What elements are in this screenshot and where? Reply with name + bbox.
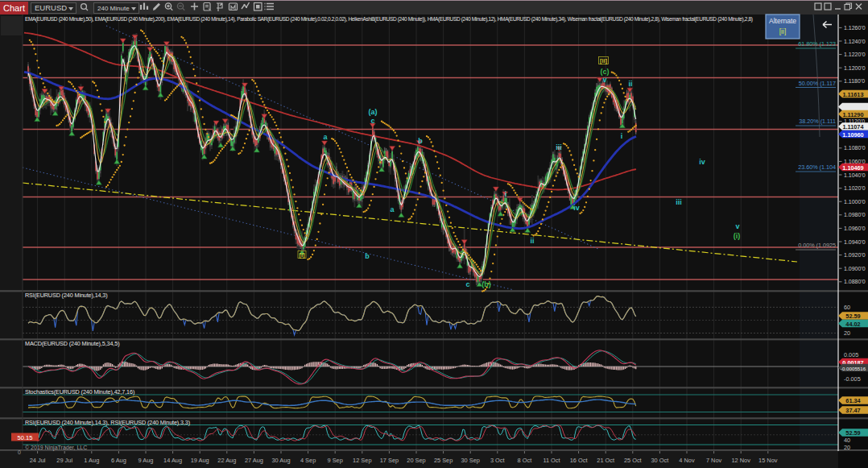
svg-text:1.1180'0: 1.1180'0 — [844, 78, 865, 84]
svg-text:1.0900'0: 1.0900'0 — [844, 266, 866, 271]
svg-text:EMA(EURUSD (240 Minute),50), E: EMA(EURUSD (240 Minute),50), EMA(EURUSD … — [25, 16, 753, 23]
svg-text:iv: iv — [573, 204, 580, 212]
svg-text:1.1000'0: 1.1000'0 — [844, 199, 866, 205]
svg-text:24 Jul: 24 Jul — [30, 457, 46, 464]
svg-text:c: c — [465, 280, 469, 288]
svg-text:8 Oct: 8 Oct — [518, 457, 532, 464]
svg-text:30 Aug: 30 Aug — [271, 457, 290, 464]
svg-text:50.15: 50.15 — [18, 434, 33, 441]
svg-text:37.47: 37.47 — [845, 407, 860, 414]
svg-text:-0.005: -0.005 — [844, 375, 861, 383]
svg-text:0.00% (1.0925: 0.00% (1.0925 — [798, 242, 836, 249]
svg-text:1.0980'0: 1.0980'0 — [844, 212, 866, 217]
svg-text:27 Aug: 27 Aug — [245, 457, 263, 464]
svg-text:1.0880'0: 1.0880'0 — [844, 279, 866, 284]
svg-text:52.59: 52.59 — [845, 313, 860, 320]
svg-text:[i]: [i] — [299, 251, 305, 259]
svg-text:61.80% (1.123: 61.80% (1.123 — [798, 40, 836, 48]
svg-text:1.11074: 1.11074 — [843, 123, 865, 130]
svg-text:20: 20 — [844, 329, 850, 337]
svg-text:4 Nov: 4 Nov — [679, 457, 695, 464]
svg-text:c: c — [370, 117, 374, 125]
svg-text:15 Nov: 15 Nov — [758, 457, 778, 464]
svg-text:1.1080'0: 1.1080'0 — [844, 145, 866, 151]
svg-text:38.20% (1.111: 38.20% (1.111 — [799, 118, 836, 125]
svg-text:17 Sep: 17 Sep — [380, 457, 399, 464]
svg-text:0: 0 — [18, 449, 21, 455]
svg-text:[ii]: [ii] — [600, 57, 608, 64]
svg-text:60: 60 — [844, 304, 850, 311]
svg-text:20 Sep: 20 Sep — [407, 457, 425, 464]
svg-text:1.11290: 1.11290 — [843, 111, 864, 118]
svg-text:25 Oct: 25 Oct — [624, 457, 642, 464]
svg-text:44.02: 44.02 — [845, 321, 860, 328]
svg-text:1.1020'0: 1.1020'0 — [844, 185, 866, 191]
svg-text:0.005: 0.005 — [844, 351, 858, 358]
svg-text:RSI(EURUSD (240 Minute),14,3),: RSI(EURUSD (240 Minute),14,3), RSI(EURUS… — [25, 419, 190, 426]
svg-text:i: i — [505, 190, 507, 198]
svg-text:1.1200'0: 1.1200'0 — [844, 65, 866, 71]
svg-text:3 Oct: 3 Oct — [490, 457, 505, 464]
svg-text:61.34: 61.34 — [845, 397, 861, 404]
svg-text:12 Nov: 12 Nov — [731, 457, 750, 464]
svg-text:ii: ii — [530, 237, 534, 245]
svg-text:i: i — [621, 132, 623, 140]
svg-text:9 Aug: 9 Aug — [138, 457, 154, 464]
svg-text:1.10469: 1.10469 — [842, 164, 863, 172]
svg-text:12 Sep: 12 Sep — [353, 457, 371, 464]
svg-text:1.10960: 1.10960 — [842, 131, 863, 139]
svg-text:Alternate: Alternate — [769, 17, 796, 25]
svg-text:1.1240'0: 1.1240'0 — [844, 39, 866, 44]
svg-text:1 Aug: 1 Aug — [84, 457, 99, 464]
svg-text:iii: iii — [556, 143, 562, 151]
svg-text:4 Sep: 4 Sep — [300, 457, 316, 464]
svg-text:16 Oct: 16 Oct — [570, 457, 588, 464]
svg-text:9 Sep: 9 Sep — [328, 457, 343, 464]
svg-text:MACD(EURUSD (240 Minute),5,34,: MACD(EURUSD (240 Minute),5,34,5) — [25, 340, 119, 347]
svg-text:23.60% (1.104: 23.60% (1.104 — [798, 164, 836, 171]
svg-text:v: v — [602, 76, 606, 84]
svg-text:iii: iii — [676, 198, 682, 206]
svg-text:22 Aug: 22 Aug — [217, 457, 236, 464]
svg-text:(c): (c) — [601, 68, 610, 76]
svg-text:30 Oct: 30 Oct — [651, 457, 669, 464]
svg-text:40: 40 — [844, 437, 850, 444]
svg-text:14 Aug: 14 Aug — [163, 457, 182, 464]
svg-text:v: v — [735, 222, 739, 230]
svg-text:21 Oct: 21 Oct — [597, 457, 614, 464]
svg-text:iv: iv — [699, 158, 705, 166]
svg-text:7 Nov: 7 Nov — [706, 457, 722, 464]
svg-text:RSI(EURUSD (240 Minute),14,3): RSI(EURUSD (240 Minute),14,3) — [25, 292, 108, 299]
svg-text:30 Sep: 30 Sep — [461, 457, 479, 464]
svg-text:b: b — [365, 252, 370, 260]
svg-text:20: 20 — [844, 444, 850, 451]
svg-text:50.00% (1.117: 50.00% (1.117 — [799, 80, 836, 87]
svg-text:-0.0005516: -0.0005516 — [841, 366, 866, 371]
svg-text:1.0940'0: 1.0940'0 — [844, 239, 866, 245]
svg-text:(i): (i) — [734, 232, 741, 240]
svg-text:1.1260'0: 1.1260'0 — [844, 25, 866, 31]
svg-text:b: b — [418, 137, 423, 145]
svg-text:29 Jul: 29 Jul — [56, 457, 72, 464]
svg-text:11 Oct: 11 Oct — [543, 457, 560, 464]
svg-text:1.11613: 1.11613 — [843, 91, 864, 98]
svg-text:1.1220'0: 1.1220'0 — [844, 52, 866, 57]
svg-text:ii: ii — [628, 80, 632, 88]
svg-text:(b): (b) — [482, 280, 491, 288]
svg-text:[ii]: [ii] — [779, 27, 787, 35]
svg-text:1.1040'0: 1.1040'0 — [844, 172, 866, 178]
svg-text:6 Aug: 6 Aug — [111, 457, 126, 464]
svg-text:© 2019 NinjaTrader, LLC: © 2019 NinjaTrader, LLC — [25, 445, 87, 451]
svg-text:1.0960'0: 1.0960'0 — [844, 226, 866, 231]
svg-text:25 Sep: 25 Sep — [434, 457, 453, 464]
svg-text:(a): (a) — [369, 108, 378, 116]
svg-text:19 Aug: 19 Aug — [191, 457, 209, 464]
svg-text:Stochastics(EURUSD (240 Minute: Stochastics(EURUSD (240 Minute),42,7,16) — [25, 388, 134, 396]
svg-text:1.0920'0: 1.0920'0 — [844, 252, 866, 258]
